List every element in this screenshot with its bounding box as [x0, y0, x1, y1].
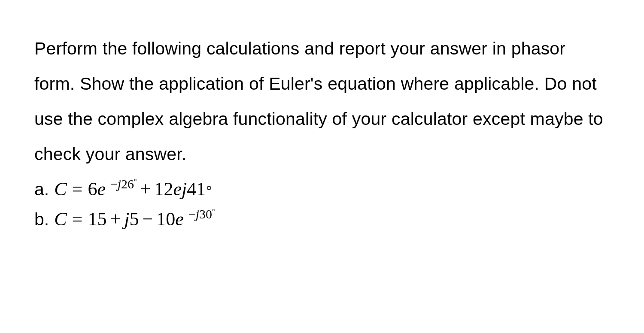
item-label-b: b.: [34, 206, 49, 233]
j-literal: j: [182, 175, 187, 203]
problem-statement: Perform the following calculations and r…: [34, 31, 610, 172]
equation-b: b. C = 15 + j 5 − 10 e −j30°: [34, 205, 610, 233]
math-expression-a: C = 6 e −j26° + 12 e j 41 °: [54, 175, 212, 203]
minus-operator: −: [142, 205, 153, 233]
angle-41: 41: [187, 175, 206, 203]
variable-C: C: [54, 175, 67, 203]
item-label-a: a.: [34, 176, 49, 203]
math-expression-b: C = 15 + j 5 − 10 e −j30°: [54, 205, 215, 233]
exponent-neg-j30: −j30°: [188, 207, 215, 221]
term-15: 15: [88, 205, 106, 233]
plus-operator: +: [140, 175, 151, 203]
j-literal: j: [124, 205, 129, 233]
equals-sign: =: [72, 205, 83, 233]
base-e: e: [175, 209, 184, 230]
coefficient-10: 10: [156, 205, 175, 233]
equals-sign: =: [72, 175, 83, 203]
coefficient-6: 6: [88, 175, 97, 203]
term-5: 5: [129, 205, 139, 233]
variable-C: C: [54, 205, 67, 233]
base-e: e: [97, 179, 106, 200]
coefficient-12: 12: [154, 175, 173, 203]
plus-operator: +: [110, 205, 121, 233]
equation-a: a. C = 6 e −j26° + 12 e j 41 °: [34, 175, 610, 203]
e-literal: e: [173, 175, 182, 203]
exponent-neg-j26: −j26°: [110, 177, 137, 191]
